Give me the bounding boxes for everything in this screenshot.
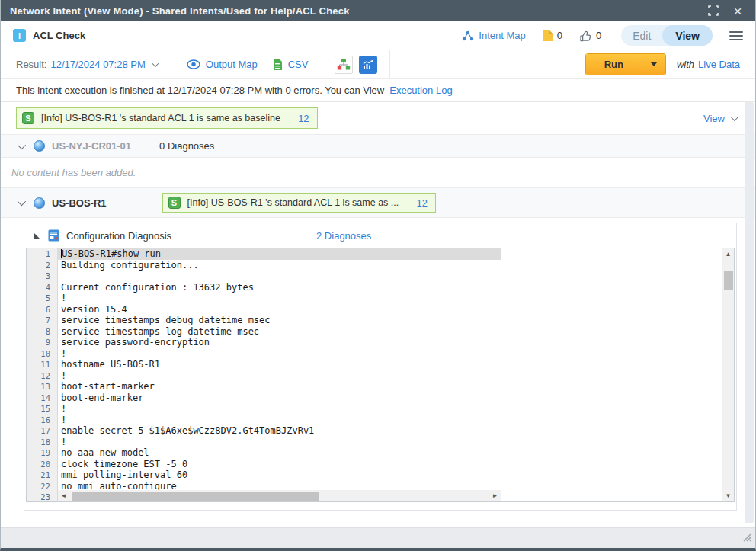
line-text bbox=[57, 271, 501, 282]
line-number: 21 bbox=[27, 469, 57, 481]
line-number: 19 bbox=[27, 447, 57, 459]
content-scrollbar[interactable] bbox=[745, 102, 754, 523]
note-icon bbox=[543, 30, 553, 42]
line-text: clock timezone EST -5 0 bbox=[57, 459, 501, 470]
execution-log-link[interactable]: Execution Log bbox=[389, 85, 452, 96]
line-number: 10 bbox=[27, 348, 57, 360]
note-counter[interactable]: 0 bbox=[543, 30, 562, 42]
line-number: 17 bbox=[27, 425, 57, 437]
run-options-button[interactable] bbox=[642, 54, 665, 75]
line-number: 3 bbox=[27, 271, 57, 282]
close-icon[interactable]: × bbox=[729, 2, 746, 19]
vscroll-thumb[interactable] bbox=[724, 271, 733, 290]
window-title: Network Intent (View Mode) - Shared Inte… bbox=[10, 5, 350, 17]
hscroll-track[interactable] bbox=[69, 490, 489, 501]
edit-view-toggle: Edit View bbox=[621, 25, 713, 46]
diagnoses-count: 0 Diagnoses bbox=[159, 140, 214, 152]
intent-header: I ACL Check Intent Map 0 0 Edit View bbox=[1, 21, 755, 50]
diagnosis-body: 1US-BOS-R1#show run2Building configurati… bbox=[26, 248, 735, 502]
device-section-us-bos-r1[interactable]: US-BOS-R1 S [Info] US-BOS-R1 's standard… bbox=[1, 188, 755, 218]
line-number: 18 bbox=[27, 437, 57, 448]
intent-title: ACL Check bbox=[33, 30, 85, 41]
device-name: US-NYJ-CR01-01 bbox=[52, 140, 131, 152]
code-line: 6version 15.4 bbox=[27, 304, 501, 316]
result-dropdown[interactable]: Result: 12/17/2024 07:28 PM bbox=[16, 59, 157, 70]
line-text: service timestamps debug datetime msec bbox=[57, 315, 501, 326]
view-tab[interactable]: View bbox=[662, 25, 713, 46]
note-count: 0 bbox=[557, 30, 562, 41]
code-line: 10! bbox=[27, 348, 501, 360]
dashboard-button[interactable] bbox=[359, 56, 377, 74]
line-text: boot-start-marker bbox=[57, 381, 501, 392]
line-number: 16 bbox=[27, 415, 57, 426]
maximize-icon[interactable] bbox=[705, 2, 722, 19]
view-dropdown[interactable]: View bbox=[703, 113, 736, 124]
config-code-viewer[interactable]: 1US-BOS-R1#show run2Building configurati… bbox=[27, 248, 501, 501]
line-number: 12 bbox=[27, 370, 57, 382]
device-status-badge[interactable]: S [Info] US-BOS-R1 's standard ACL 1 is … bbox=[162, 193, 437, 213]
line-number: 20 bbox=[27, 459, 57, 470]
device-tree-button[interactable] bbox=[335, 56, 353, 74]
scroll-right-icon[interactable]: ► bbox=[489, 492, 501, 499]
window-titlebar: Network Intent (View Mode) - Shared Inte… bbox=[1, 0, 755, 21]
output-map-label: Output Map bbox=[206, 59, 258, 70]
line-text: boot-end-marker bbox=[57, 392, 501, 404]
line-number: 23 bbox=[27, 492, 57, 501]
network-intent-window: Network Intent (View Mode) - Shared Inte… bbox=[0, 0, 756, 551]
line-number: 2 bbox=[27, 260, 57, 271]
summary-row: S [Info] US-BOS-R1 's standard ACL 1 is … bbox=[1, 102, 755, 134]
line-number: 14 bbox=[27, 392, 57, 404]
code-line: 4Current configuration : 13632 bytes bbox=[27, 282, 501, 293]
intent-map-button[interactable]: Intent Map bbox=[462, 30, 525, 41]
device-section-us-nyj-cr01-01[interactable]: US-NYJ-CR01-01 0 Diagnoses bbox=[1, 134, 755, 158]
code-line: 19no aaa new-model bbox=[27, 447, 501, 459]
collapse-chevron-icon[interactable] bbox=[18, 197, 26, 206]
scroll-left-icon[interactable]: ◄ bbox=[58, 492, 69, 499]
configuration-diagnosis-panel: Configuration Diagnosis 2 Diagnoses 1US-… bbox=[24, 223, 737, 511]
summary-status-badge[interactable]: S [Info] US-BOS-R1 's standard ACL 1 is … bbox=[16, 107, 318, 129]
hierarchy-icon bbox=[337, 59, 351, 71]
code-line: 15! bbox=[27, 403, 501, 415]
horizontal-scrollbar[interactable]: ◄ ► bbox=[58, 490, 501, 501]
code-line: 9service password-encryption bbox=[27, 337, 501, 348]
code-line: 1US-BOS-R1#show run bbox=[27, 248, 501, 260]
diagnoses-link[interactable]: 2 Diagnoses bbox=[316, 230, 371, 242]
empty-message: No content has been added. bbox=[11, 167, 136, 178]
execution-status-bar: This intent execution is finished at 12/… bbox=[1, 79, 755, 102]
code-line: 14boot-end-marker bbox=[27, 392, 501, 404]
code-line: 8service timestamps log datetime msec bbox=[27, 326, 501, 338]
separator bbox=[322, 50, 322, 78]
intent-map-icon bbox=[462, 30, 474, 41]
line-text: US-BOS-R1#show run bbox=[57, 248, 501, 260]
like-counter[interactable]: 0 bbox=[579, 30, 601, 42]
vertical-scrollbar[interactable]: ▲ ▼ bbox=[722, 248, 734, 501]
collapse-chevron-icon[interactable] bbox=[18, 140, 26, 149]
expand-triangle-icon[interactable] bbox=[34, 232, 40, 239]
hscroll-thumb[interactable] bbox=[72, 492, 319, 501]
configuration-file-icon bbox=[48, 229, 59, 242]
run-button[interactable]: Run bbox=[586, 54, 642, 75]
line-text: service timestamps log datetime msec bbox=[57, 326, 501, 338]
code-line: 17enable secret 5 $1$A6xe$wCzz8DV2.Gt4To… bbox=[27, 425, 501, 437]
diagnosis-panel-header: Configuration Diagnosis 2 Diagnoses bbox=[24, 223, 736, 248]
menu-icon[interactable] bbox=[729, 29, 743, 43]
vscroll-track[interactable] bbox=[722, 260, 734, 490]
live-data-link[interactable]: Live Data bbox=[698, 59, 740, 70]
line-text: ! bbox=[57, 415, 501, 426]
device-name: US-BOS-R1 bbox=[52, 197, 107, 209]
run-split-button: Run bbox=[585, 53, 666, 75]
edit-tab[interactable]: Edit bbox=[621, 30, 662, 42]
output-map-button[interactable]: Output Map bbox=[187, 59, 258, 70]
chevron-down-icon bbox=[152, 59, 159, 67]
intent-type-icon: I bbox=[13, 29, 26, 42]
summary-badge-text: [Info] US-BOS-R1 's standard ACL 1 is sa… bbox=[34, 108, 290, 128]
scroll-down-icon[interactable]: ▼ bbox=[722, 490, 734, 501]
csv-export-button[interactable]: CSV bbox=[273, 59, 309, 71]
line-text: ! bbox=[57, 370, 501, 382]
eye-icon bbox=[187, 59, 200, 69]
scroll-up-icon[interactable]: ▲ bbox=[722, 248, 734, 260]
line-text: Current configuration : 13632 bytes bbox=[57, 282, 501, 293]
line-text: ! bbox=[57, 348, 501, 360]
line-text: enable secret 5 $1$A6xe$wCzz8DV2.Gt4TomB… bbox=[57, 425, 501, 437]
resize-grip-icon[interactable] bbox=[742, 531, 751, 545]
